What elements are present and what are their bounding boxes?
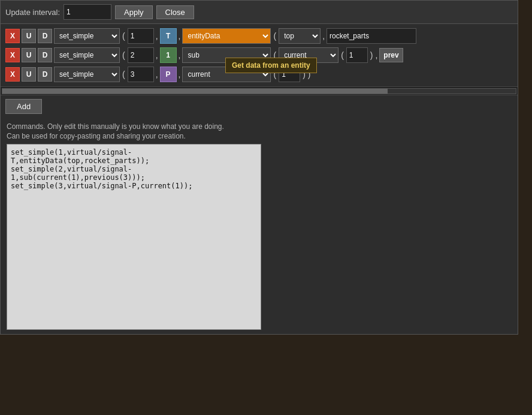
commands-textarea[interactable]: [7, 144, 261, 330]
apply-button[interactable]: Apply: [115, 5, 153, 19]
row2-up-button[interactable]: U: [22, 48, 36, 62]
row1-data-select[interactable]: entityData sub current previous: [182, 28, 271, 44]
row2-function-select[interactable]: set_simple set_add set_if: [54, 47, 120, 63]
row2-comma1: ,: [156, 50, 158, 60]
commands-area: X U D set_simple set_add set_if ( , T , …: [1, 24, 518, 86]
command-row-3: X U D set_simple set_add set_if ( , P , …: [3, 65, 515, 84]
horizontal-scrollbar[interactable]: [1, 86, 518, 95]
update-interval-row: Update interval: Apply Close: [1, 1, 518, 24]
row3-function-select[interactable]: set_simple set_add set_if: [54, 67, 120, 82]
row3-num-input[interactable]: [128, 67, 154, 82]
row2-paren3-open: (: [340, 50, 344, 60]
row1-rocket-input[interactable]: [327, 28, 416, 44]
row2-num-input[interactable]: [128, 47, 154, 63]
row1-paren-open: (: [122, 31, 126, 41]
row2-paren2-open: (: [273, 50, 277, 60]
row1-function-select[interactable]: set_simple set_add set_if: [54, 28, 120, 44]
close-button[interactable]: Close: [156, 5, 194, 19]
update-interval-input[interactable]: [64, 4, 111, 20]
add-button[interactable]: Add: [5, 99, 42, 114]
command-row-2: X U D set_simple set_add set_if ( , 1 , …: [3, 46, 515, 65]
row3-comma1: ,: [156, 70, 158, 79]
row3-up-button[interactable]: U: [22, 67, 36, 82]
update-label: Update interval:: [5, 8, 60, 17]
row2-comma3: ,: [375, 50, 377, 60]
commands-note2: Can be used for copy-pasting and sharing…: [7, 132, 512, 140]
row1-delete-button[interactable]: X: [5, 29, 20, 43]
add-row: Add: [1, 95, 518, 118]
row3-paren2-close: ) ): [302, 70, 311, 79]
row3-delete-button[interactable]: X: [5, 67, 20, 82]
row3-signal-button[interactable]: P: [160, 67, 177, 82]
row2-signal-button[interactable]: 1: [160, 47, 177, 63]
scroll-track[interactable]: [2, 88, 516, 94]
row1-condition-select[interactable]: top current previous all: [279, 28, 321, 44]
row2-prev-button[interactable]: prev: [379, 48, 403, 62]
command-row-1: X U D set_simple set_add set_if ( , T , …: [3, 26, 515, 46]
row1-up-button[interactable]: U: [22, 29, 36, 43]
main-panel: Update interval: Apply Close X U D set_s…: [0, 0, 518, 335]
row3-paren-open: (: [122, 70, 126, 79]
row2-inner-input[interactable]: [346, 47, 368, 63]
row2-comma2: ,: [179, 50, 181, 60]
row1-comma2: ,: [179, 31, 181, 41]
row1-comma3: ,: [322, 31, 325, 41]
commands-section: Commands. Only edit this manually is you…: [1, 118, 518, 334]
row1-comma1: ,: [156, 31, 158, 41]
scroll-thumb[interactable]: [2, 89, 388, 94]
row2-paren3-close: ): [370, 50, 374, 60]
row3-down-button[interactable]: D: [38, 67, 52, 82]
row3-comma2: ,: [179, 70, 181, 79]
row1-signal-button[interactable]: T: [160, 28, 177, 44]
row3-paren2-open: (: [273, 70, 277, 79]
row2-data-select[interactable]: entityData sub current previous: [182, 47, 271, 63]
row1-down-button[interactable]: D: [38, 29, 52, 43]
row1-num-input[interactable]: [128, 28, 154, 44]
row3-inner-input[interactable]: [279, 67, 300, 82]
row2-condition-select[interactable]: top current previous: [279, 47, 338, 63]
row2-delete-button[interactable]: X: [5, 48, 20, 62]
commands-note1: Commands. Only edit this manually is you…: [7, 122, 512, 131]
row3-data-select[interactable]: entityData sub current previous: [182, 67, 271, 82]
row2-paren-open: (: [122, 50, 126, 60]
row2-down-button[interactable]: D: [38, 48, 52, 62]
row1-paren2-open: (: [273, 31, 277, 41]
